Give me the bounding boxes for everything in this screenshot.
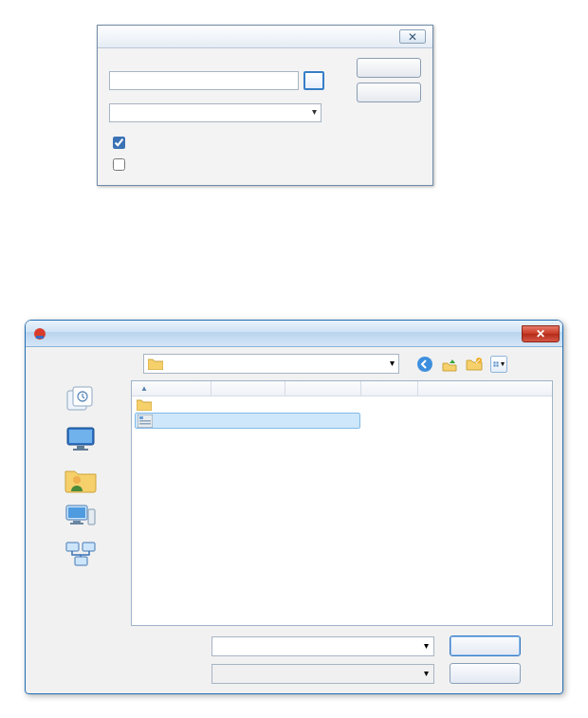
- chk-multich[interactable]: [113, 158, 125, 171]
- selectfile-dialog: ✕: [25, 320, 563, 694]
- cancel-button[interactable]: [357, 83, 421, 102]
- folder-icon: [137, 398, 152, 412]
- wizard-titlebar[interactable]: ✕: [98, 26, 432, 48]
- list-header[interactable]: ▲: [132, 381, 552, 396]
- close-icon: ✕: [536, 327, 545, 341]
- col-date[interactable]: [211, 381, 285, 396]
- svg-point-2: [417, 357, 432, 372]
- drivername-combo[interactable]: [109, 103, 322, 122]
- chevron-down-icon: ▾: [501, 359, 505, 368]
- network-icon: [64, 541, 98, 571]
- list-rows[interactable]: [132, 396, 552, 625]
- svg-rect-22: [83, 543, 95, 551]
- col-name[interactable]: ▲: [132, 381, 211, 396]
- place-computer[interactable]: [35, 499, 126, 536]
- svg-rect-1: [36, 336, 44, 339]
- lookin-combo[interactable]: [143, 354, 399, 374]
- chk-multich-row[interactable]: [109, 156, 421, 174]
- selectfile-close-button[interactable]: ✕: [522, 325, 560, 342]
- svg-rect-14: [73, 449, 88, 451]
- wizard-close-button[interactable]: ✕: [399, 29, 426, 44]
- wizard-dialog: ✕: [97, 25, 433, 186]
- col-type[interactable]: [285, 381, 361, 396]
- folder-icon: [148, 358, 163, 370]
- computer-icon: [64, 502, 98, 532]
- svg-rect-12: [69, 430, 92, 443]
- filetype-combo[interactable]: [211, 664, 434, 684]
- place-user[interactable]: [35, 460, 126, 497]
- list-item[interactable]: [135, 413, 360, 429]
- svg-rect-5: [496, 361, 498, 363]
- list-item[interactable]: [132, 396, 552, 413]
- svg-rect-13: [77, 446, 84, 449]
- svg-rect-23: [75, 557, 87, 565]
- close-icon: ✕: [408, 30, 417, 44]
- svg-rect-25: [139, 416, 143, 419]
- up-button[interactable]: [441, 356, 458, 373]
- cancel-button[interactable]: [450, 663, 521, 684]
- svg-rect-21: [66, 543, 79, 551]
- desktop-icon: [64, 424, 98, 454]
- svg-point-15: [73, 476, 81, 484]
- open-button[interactable]: [450, 635, 521, 656]
- place-network[interactable]: [35, 538, 126, 575]
- user-folder-icon: [64, 463, 98, 493]
- chk-convert-row[interactable]: [109, 134, 421, 152]
- svg-rect-6: [493, 364, 495, 366]
- svg-rect-7: [496, 364, 498, 366]
- svg-rect-4: [493, 361, 495, 363]
- filename-input[interactable]: [211, 636, 434, 656]
- svg-rect-18: [73, 521, 81, 523]
- svg-rect-26: [139, 420, 151, 422]
- places-bar: [35, 380, 126, 626]
- selectfile-titlebar[interactable]: ✕: [26, 321, 562, 347]
- viewmenu-button[interactable]: ▾: [490, 356, 507, 373]
- chk-convert[interactable]: [113, 137, 125, 149]
- app-icon: [32, 326, 47, 341]
- recent-icon: [64, 385, 98, 415]
- svg-rect-27: [139, 423, 151, 425]
- browse-button[interactable]: [303, 71, 324, 90]
- wizard-body: [98, 48, 432, 185]
- place-recent[interactable]: [35, 382, 126, 419]
- svg-rect-19: [70, 523, 83, 525]
- fp-file-input[interactable]: [109, 71, 299, 90]
- ok-button[interactable]: [357, 58, 421, 78]
- file-icon: [138, 414, 153, 428]
- sort-asc-icon: ▲: [140, 384, 148, 393]
- newfolder-button[interactable]: [466, 356, 483, 373]
- place-desktop[interactable]: [35, 421, 126, 458]
- svg-rect-17: [68, 507, 85, 518]
- col-size[interactable]: [361, 381, 418, 396]
- back-button[interactable]: [416, 356, 433, 373]
- file-list-pane: ▲: [131, 380, 553, 626]
- svg-rect-20: [88, 509, 95, 525]
